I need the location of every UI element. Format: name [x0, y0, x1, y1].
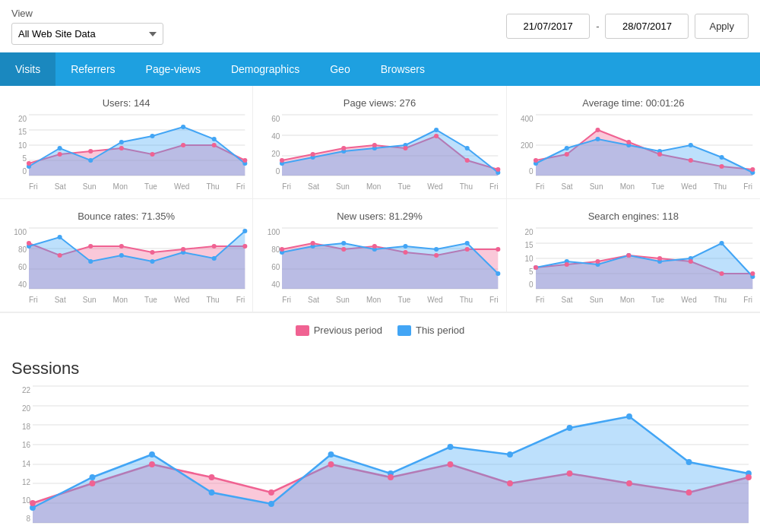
svg-point-105 — [372, 244, 377, 249]
svg-marker-142 — [33, 416, 749, 523]
svg-point-123 — [719, 241, 724, 245]
svg-point-129 — [657, 256, 662, 261]
chart-pageviews: Page views: 276 6040200 — [253, 86, 506, 199]
svg-point-162 — [388, 474, 394, 480]
svg-point-64 — [719, 164, 724, 169]
svg-point-99 — [434, 247, 439, 252]
svg-point-74 — [88, 259, 93, 264]
charts-grid: Users: 144 20151050 — [0, 86, 760, 313]
svg-point-166 — [626, 480, 632, 486]
svg-point-83 — [119, 244, 124, 249]
svg-point-55 — [688, 143, 692, 147]
chart-avgtime-yaxis: 4002000 — [515, 115, 534, 176]
sessions-section: Sessions 222018161412108 — [0, 347, 760, 532]
chart-searchengines-title: Search engines: 118 — [515, 211, 752, 222]
date-to-input[interactable] — [605, 14, 689, 39]
date-separator: - — [596, 21, 599, 32]
svg-point-17 — [88, 149, 93, 154]
svg-point-38 — [311, 152, 315, 157]
svg-point-61 — [626, 140, 631, 144]
svg-point-37 — [280, 158, 284, 163]
svg-point-52 — [595, 137, 600, 141]
svg-point-63 — [688, 158, 692, 163]
sessions-yaxis: 222018161412108 — [11, 386, 30, 523]
chart-bounce-area — [29, 228, 245, 289]
chart-avgtime-container: 4002000 — [515, 115, 752, 191]
svg-point-106 — [404, 250, 408, 255]
chart-pageviews-area — [282, 115, 498, 176]
chart-avgtime-title: Average time: 00:01:26 — [515, 97, 752, 109]
svg-point-145 — [149, 451, 155, 458]
chart-pageviews-container: 6040200 — [261, 115, 498, 191]
svg-point-62 — [657, 152, 662, 157]
svg-point-39 — [342, 146, 347, 150]
chart-searchengines: Search engines: 118 20151050 — [507, 199, 760, 312]
svg-point-16 — [58, 152, 62, 157]
legend-previous-color — [296, 325, 309, 336]
svg-point-150 — [448, 444, 454, 450]
nav-item-geo[interactable]: Geo — [315, 52, 365, 86]
chart-avgtime-xaxis: FriSatSunMonTueWedThuFri — [536, 182, 752, 191]
apply-button[interactable]: Apply — [695, 14, 749, 39]
chart-pageviews-title: Page views: 276 — [261, 97, 498, 109]
svg-point-100 — [465, 241, 470, 245]
svg-point-87 — [242, 244, 247, 249]
svg-point-132 — [750, 271, 755, 276]
svg-point-164 — [507, 480, 513, 486]
svg-point-11 — [150, 134, 154, 138]
svg-point-128 — [626, 253, 631, 258]
svg-point-160 — [268, 489, 274, 496]
chart-newusers-container: 100806040 — [261, 228, 498, 304]
svg-point-126 — [564, 262, 568, 267]
svg-point-80 — [27, 241, 31, 245]
svg-point-42 — [434, 134, 439, 138]
legend-this-color — [397, 325, 411, 336]
svg-point-152 — [567, 425, 573, 431]
svg-point-34 — [434, 128, 439, 132]
svg-point-154 — [686, 459, 692, 465]
svg-point-157 — [90, 480, 96, 486]
legend-previous: Previous period — [296, 325, 382, 336]
chart-avgtime: Average time: 00:01:26 4002000 — [507, 86, 760, 199]
svg-point-75 — [119, 253, 124, 258]
chart-users-yaxis: 20151050 — [8, 115, 27, 176]
chart-newusers: New users: 81.29% 100806040 — [253, 199, 506, 312]
svg-point-19 — [150, 152, 154, 157]
svg-point-35 — [465, 146, 470, 150]
nav-item-visits[interactable]: Visits — [0, 52, 55, 86]
chart-bounce-container: 100806040 — [8, 228, 245, 304]
chart-searchengines-container: 20151050 — [515, 228, 752, 304]
chart-avgtime-area — [536, 115, 752, 176]
svg-point-96 — [342, 241, 347, 245]
svg-point-9 — [88, 158, 93, 163]
nav-item-browsers[interactable]: Browsers — [366, 52, 440, 86]
chart-users-xaxis: FriSatSunMonTueWedThuFri — [29, 182, 245, 191]
svg-point-168 — [746, 474, 752, 480]
svg-point-147 — [268, 501, 274, 507]
svg-point-15 — [27, 161, 31, 166]
chart-bounce-title: Bounce rates: 71.35% — [8, 211, 245, 222]
nav-bar: Visits Referrers Page-views Demographics… — [0, 52, 760, 86]
svg-point-144 — [90, 474, 96, 480]
view-select[interactable]: All Web Site Data — [11, 23, 163, 45]
svg-point-102 — [280, 247, 284, 252]
svg-marker-6 — [29, 127, 245, 176]
chart-searchengines-area — [536, 228, 752, 289]
svg-point-84 — [150, 250, 154, 255]
date-from-input[interactable] — [506, 14, 590, 39]
svg-point-51 — [564, 146, 568, 150]
nav-item-demographics[interactable]: Demographics — [216, 52, 315, 86]
sessions-chart-container: 222018161412108 — [11, 386, 749, 523]
chart-pageviews-yaxis: 6040200 — [261, 115, 280, 176]
svg-point-109 — [496, 247, 501, 252]
svg-point-163 — [448, 461, 454, 467]
nav-item-pageviews[interactable]: Page-views — [131, 52, 216, 86]
nav-item-referrers[interactable]: Referrers — [55, 52, 130, 86]
legend-this: This period — [397, 325, 464, 336]
view-label: View — [11, 8, 163, 19]
chart-bounce-xaxis: FriSatSunMonTueWedThuFri — [29, 296, 245, 304]
svg-point-43 — [465, 158, 470, 163]
svg-point-10 — [119, 140, 124, 144]
chart-newusers-yaxis: 100806040 — [261, 228, 280, 289]
svg-point-107 — [434, 253, 439, 258]
